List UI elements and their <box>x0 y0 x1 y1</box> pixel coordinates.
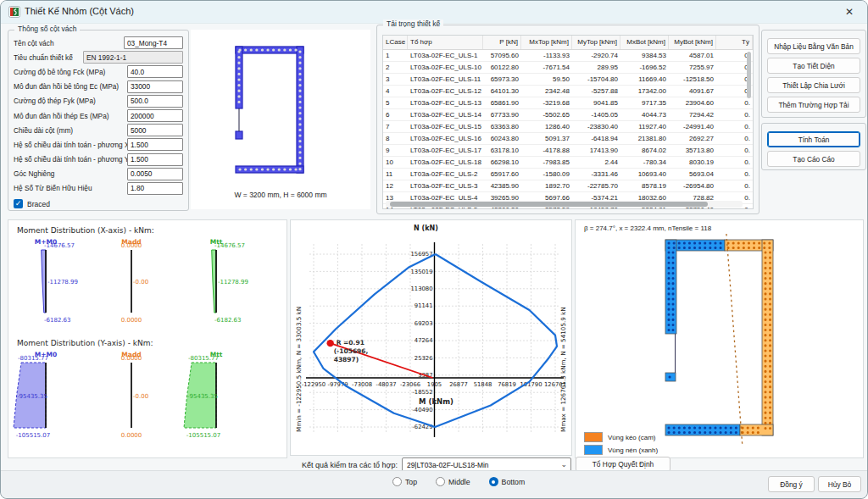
svg-text:0.0000: 0.0000 <box>121 432 142 439</box>
table-row[interactable]: 10LT03a-02F-EC_ULS-1866298.10-7983.852.4… <box>383 157 753 169</box>
svg-text:Moment Distribution (X-axis) -: Moment Distribution (X-axis) - kNm: <box>17 226 154 235</box>
table-row[interactable]: 4LT03a-02F-EC_ULS-1264101.302342.48-5257… <box>383 86 753 97</box>
table-cell: 66298.10 <box>483 157 521 168</box>
table-row[interactable]: 8LT03a-02F-EC_ULS-1660243.805091.37-6418… <box>383 133 753 145</box>
param-input[interactable] <box>127 124 183 136</box>
param-input[interactable] <box>124 36 183 49</box>
param-label: Tiêu chuẩn thiết kế <box>14 53 83 62</box>
vertical-scrollbar[interactable] <box>746 50 752 190</box>
table-cell: 67733.90 <box>483 109 521 120</box>
horizontal-scrollbar[interactable] <box>386 201 743 208</box>
param-row: Mô đun đàn hồi bê tông Ec (MPa) <box>8 80 188 94</box>
tao-tiet-dien-button[interactable]: Tạo Tiết Diện <box>767 58 860 74</box>
run-actions-groupbox: Tính ToánTạo Cáo Cáo <box>761 123 866 170</box>
design-group-dialog: Thiết Kế Nhóm (Cột Vách) ✕ Thông số cột … <box>0 0 868 499</box>
table-cell: 17342.00 <box>620 86 669 97</box>
table-cell: -15704.80 <box>572 74 620 85</box>
svg-text:-6182.63: -6182.63 <box>214 317 241 324</box>
table-cell: 35713.80 <box>669 145 716 156</box>
param-row: Tiêu chuẩn thiết kế <box>8 50 188 64</box>
them-truong-hop-tai-button[interactable]: Thêm Trường Hợp Tải <box>767 97 860 113</box>
table-row[interactable]: 1LT03a-02F-EC_ULS-157095.60-1133.93-2920… <box>383 50 753 62</box>
table-row[interactable]: 2LT03a-02F-EC_ULS-1060122.80-7671.54289.… <box>383 62 753 74</box>
table-row[interactable]: 12LT03a-02F-EC_ULS-342385.901892.70-2278… <box>383 180 753 192</box>
column-header[interactable]: MxBot [kNm] <box>620 36 669 49</box>
param-input <box>83 51 183 64</box>
column-header[interactable]: LCase <box>383 36 408 49</box>
param-row: Hệ Số Từ Biến Hữu Hiệu <box>8 181 188 196</box>
svg-text:-18552: -18552 <box>412 389 432 396</box>
table-cell: 59.50 <box>521 74 572 85</box>
table-cell: LT03a-02F-EC_ULS-13 <box>408 97 483 108</box>
braced-checkbox[interactable]: ✓ <box>14 199 23 208</box>
table-cell: 5091.37 <box>521 133 572 144</box>
table-cell: 7294.42 <box>669 109 716 120</box>
section-preview-panel: W = 3200 mm, H = 6000 mm <box>191 30 370 209</box>
radio-label: Bottom <box>502 478 526 486</box>
param-input[interactable] <box>127 109 183 122</box>
close-icon[interactable]: ✕ <box>840 4 859 19</box>
nhap-lieu-bang-van-ban-button[interactable]: Nhập Liệu Bằng Văn Bản <box>767 38 860 54</box>
param-input[interactable] <box>127 138 183 151</box>
param-label: Mô đun đàn hồi thép Es (MPa) <box>14 112 127 120</box>
svg-text:Mmin = -122950.5 kNm, N = 3300: Mmin = -122950.5 kNm, N = 33003.5 kN <box>295 307 303 432</box>
position-radio-top[interactable]: Top <box>392 477 417 486</box>
table-cell: 64101.30 <box>483 86 521 97</box>
table-cell: -5257.88 <box>572 86 620 97</box>
cancel-button[interactable]: Hủy Bỏ <box>818 476 861 492</box>
tao-cao-cao-button[interactable]: Tạo Cáo Cáo <box>767 151 860 167</box>
table-cell: 9717.35 <box>620 97 669 108</box>
thiet-lap-chia-luoi-button[interactable]: Thiết Lập Chia Lưới <box>767 77 860 93</box>
table-cell: 1286.40 <box>521 121 572 132</box>
svg-text:N (kN): N (kN) <box>414 225 438 232</box>
table-cell: -26954.80 <box>669 180 716 191</box>
interaction-diagram-chart: 1569571350191130809114169203472642532633… <box>291 220 570 453</box>
table-cell: 1892.70 <box>521 180 572 191</box>
ok-button[interactable]: Đồng ý <box>768 476 815 492</box>
table-row[interactable]: 5LT03a-02F-EC_ULS-1365861.90-3219.689041… <box>383 97 753 109</box>
param-input[interactable] <box>127 65 183 78</box>
svg-text:-11278.99: -11278.99 <box>47 279 78 286</box>
svg-text:43897): 43897) <box>334 356 359 363</box>
table-row[interactable]: 7LT03a-02F-EC_ULS-1563363.801286.40-2383… <box>383 121 753 133</box>
table-cell: 2342.48 <box>521 86 572 97</box>
svg-text:25326: 25326 <box>415 355 433 362</box>
braced-label: Braced <box>27 200 50 208</box>
table-cell: -1133.93 <box>521 50 572 61</box>
position-radio-bottom[interactable]: Bottom <box>489 477 526 486</box>
table-cell: 21381.80 <box>620 133 669 144</box>
column-header[interactable]: Tổ hợp <box>408 36 483 49</box>
table-row[interactable]: 11LT03a-02F-EC_ULS-265917.60-1580.09-333… <box>383 169 753 180</box>
param-input[interactable] <box>127 80 183 93</box>
params-groupbox: Thông số cột vách Tên cột váchTiêu chuẩn… <box>8 30 189 211</box>
table-cell: 2692.27 <box>669 133 716 144</box>
interaction-diagram-panel: 1569571350191130809114169203472642532633… <box>290 219 572 456</box>
app-icon <box>8 6 20 18</box>
column-header[interactable]: MyTop [kNm] <box>572 36 620 49</box>
column-header[interactable]: MyBot [kNm] <box>669 36 716 49</box>
column-header[interactable]: Tỷ <box>716 36 753 49</box>
tension-swatch <box>584 432 603 442</box>
table-row[interactable]: 9LT03a-02F-EC_ULS-1763178.10-4178.881741… <box>383 145 753 157</box>
svg-text:-80315.77: -80315.77 <box>188 355 219 362</box>
svg-text:M (kNm): M (kNm) <box>419 397 453 406</box>
param-input[interactable] <box>127 182 183 195</box>
tinh-toan-button[interactable]: Tính Toán <box>767 131 860 147</box>
param-input[interactable] <box>127 153 183 166</box>
table-cell: 4044.73 <box>620 109 669 120</box>
table-row[interactable]: 6LT03a-02F-EC_ULS-1467733.90-5502.65-140… <box>383 109 753 121</box>
table-cell: 65973.30 <box>483 74 521 85</box>
moment-distribution-panel: Moment Distribution (X-axis) - kNm:M+M0-… <box>8 219 287 458</box>
table-cell: 9384.53 <box>620 50 669 61</box>
column-header[interactable]: MxTop [kNm] <box>521 36 572 49</box>
moment-distribution-chart: Moment Distribution (X-axis) - kNm:M+M0-… <box>8 220 285 456</box>
position-radio-middle[interactable]: Middle <box>436 477 470 486</box>
column-header[interactable]: P [kN] <box>483 36 521 49</box>
table-cell: -1696.52 <box>620 62 669 73</box>
param-input[interactable] <box>127 95 183 108</box>
table-cell: LT03a-02F-EC_ULS-12 <box>408 86 483 97</box>
param-input[interactable] <box>127 168 183 180</box>
param-label: Cường độ bê tông Fck (MPa) <box>14 68 127 76</box>
svg-text:-122950: -122950 <box>302 381 326 388</box>
table-row[interactable]: 3LT03a-02F-EC_ULS-1165973.3059.50-15704.… <box>383 74 753 86</box>
